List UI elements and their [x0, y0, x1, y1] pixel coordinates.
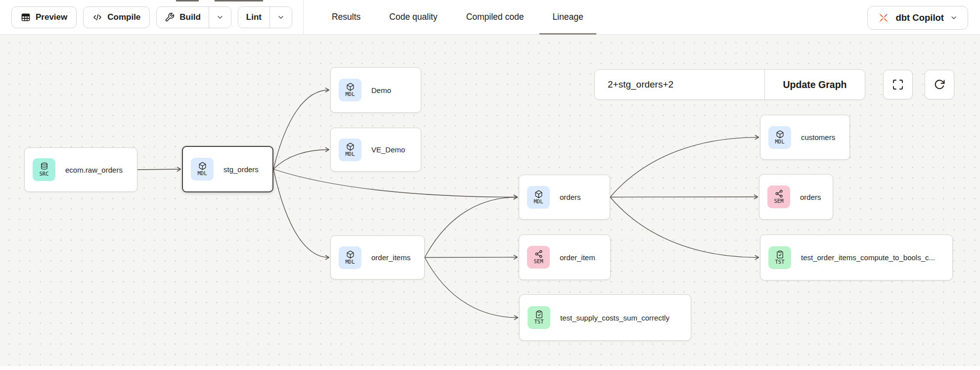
node-label: order_items [371, 253, 410, 262]
lineage-edge [610, 197, 757, 197]
toolbar-actions: Preview Compile Build Lint [0, 6, 292, 28]
node-type-badge: MDL [339, 246, 361, 269]
node-type-label: TST [535, 319, 544, 325]
node-label: test_order_items_compute_to_bools_c... [801, 253, 935, 262]
cropped-tab-artifact [215, 0, 263, 1]
lineage-edge [273, 150, 329, 170]
cube-icon [346, 83, 355, 91]
preview-button[interactable]: Preview [11, 6, 77, 28]
lineage-node-stg_orders[interactable]: MDLstg_orders [182, 146, 273, 192]
lineage-edge [273, 169, 329, 258]
node-type-label: MDL [346, 92, 355, 97]
lineage-edge [273, 169, 517, 197]
node-type-badge: MDL [527, 186, 550, 209]
network-icon [535, 250, 543, 258]
preview-button-label: Preview [36, 12, 67, 22]
lineage-node-test_supply[interactable]: TSTtest_supply_costs_sum_correctly [519, 294, 691, 341]
clipboard-check-icon [776, 250, 784, 259]
build-button-group: Build [156, 6, 231, 28]
chevron-down-icon [277, 13, 285, 21]
lineage-node-demo[interactable]: MDLDemo [330, 67, 421, 113]
node-label: VE_Demo [371, 145, 405, 154]
lineage-edge [425, 197, 517, 258]
build-button-label: Build [179, 12, 201, 22]
node-type-badge: MDL [339, 79, 361, 101]
lineage-node-orders_sem[interactable]: SEMorders [759, 174, 833, 220]
lineage-edge [273, 90, 329, 169]
toolbar-divider [303, 0, 304, 35]
fullscreen-button[interactable] [883, 70, 913, 99]
node-type-label: MDL [346, 259, 355, 265]
node-type-label: SEM [534, 259, 543, 265]
lineage-edge [137, 169, 180, 170]
lineage-edge [610, 138, 758, 197]
network-icon [775, 189, 783, 198]
lint-button-group: Lint [238, 6, 292, 28]
lineage-selector-input[interactable] [595, 70, 764, 99]
lineage-node-order_items[interactable]: MDLorder_items [330, 235, 425, 279]
node-label: Demo [371, 86, 391, 94]
chevron-down-icon [950, 14, 958, 22]
canvas-bottom-strip [0, 366, 980, 370]
maximize-icon [892, 79, 904, 91]
compile-button-label: Compile [107, 12, 140, 22]
cropped-tab-artifact [176, 0, 199, 1]
node-type-badge: SEM [527, 246, 550, 269]
lineage-node-raw_orders[interactable]: SRCecom.raw_orders [24, 147, 137, 192]
lint-dropdown-button[interactable] [269, 7, 292, 28]
node-label: test_supply_costs_sum_correctly [560, 314, 669, 322]
node-type-badge: SEM [767, 185, 790, 208]
refresh-button[interactable] [925, 70, 954, 99]
cube-icon [535, 190, 543, 198]
code-icon [92, 12, 102, 22]
build-button[interactable]: Build [157, 7, 209, 28]
tab-compiled-code[interactable]: Compiled code [453, 0, 537, 35]
cube-icon [198, 162, 207, 170]
lineage-node-order_item_sem[interactable]: SEMorder_item [519, 234, 611, 280]
node-type-label: SEM [774, 198, 784, 204]
cube-icon [776, 130, 784, 139]
update-graph-button[interactable]: Update Graph [764, 70, 865, 99]
lineage-node-test_order_items[interactable]: TSTtest_order_items_compute_to_bools_c..… [760, 234, 953, 280]
node-label: stg_orders [223, 165, 259, 174]
node-label: order_item [560, 253, 595, 262]
node-type-label: SRC [40, 171, 49, 177]
node-label: customers [801, 133, 835, 141]
chevron-down-icon [216, 13, 224, 21]
lineage-selector: Update Graph [594, 69, 865, 100]
lineage-edge [425, 258, 518, 318]
toolbar: Preview Compile Build Lint [0, 0, 980, 35]
lineage-edge [610, 197, 758, 258]
result-tabs: Results Code quality Compiled code Linea… [319, 0, 596, 35]
lineage-canvas[interactable]: SRCecom.raw_ordersMDLstg_ordersMDLDemoMD… [0, 35, 980, 370]
dbt-copilot-button[interactable]: dbt Copilot [867, 6, 968, 30]
node-type-badge: TST [768, 246, 791, 269]
dbt-copilot-label: dbt Copilot [895, 12, 944, 23]
compile-button[interactable]: Compile [83, 6, 150, 28]
node-type-badge: MDL [768, 126, 791, 149]
lineage-node-ve_demo[interactable]: MDLVE_Demo [330, 128, 421, 172]
dbt-copilot-logo-icon [878, 12, 890, 24]
tab-results[interactable]: Results [319, 0, 373, 35]
node-type-label: MDL [534, 199, 543, 205]
tab-code-quality[interactable]: Code quality [376, 0, 450, 35]
wrench-icon [165, 12, 175, 22]
lineage-node-customers[interactable]: MDLcustomers [760, 115, 850, 160]
table-icon [21, 12, 31, 22]
lint-button[interactable]: Lint [238, 7, 269, 28]
node-type-label: MDL [346, 151, 355, 157]
node-label: ecom.raw_orders [65, 166, 123, 174]
build-dropdown-button[interactable] [209, 7, 231, 28]
node-type-badge: MDL [339, 139, 361, 161]
database-icon [40, 162, 48, 171]
cube-icon [346, 142, 355, 151]
node-label: orders [560, 193, 581, 201]
cube-icon [346, 250, 355, 259]
node-type-label: MDL [775, 139, 785, 145]
node-type-badge: MDL [191, 158, 214, 181]
refresh-icon [934, 79, 945, 91]
node-type-badge: SRC [33, 158, 55, 181]
tab-lineage[interactable]: Lineage [539, 0, 596, 35]
node-type-label: TST [775, 259, 785, 265]
lineage-node-orders_mdl[interactable]: MDLorders [519, 175, 610, 220]
